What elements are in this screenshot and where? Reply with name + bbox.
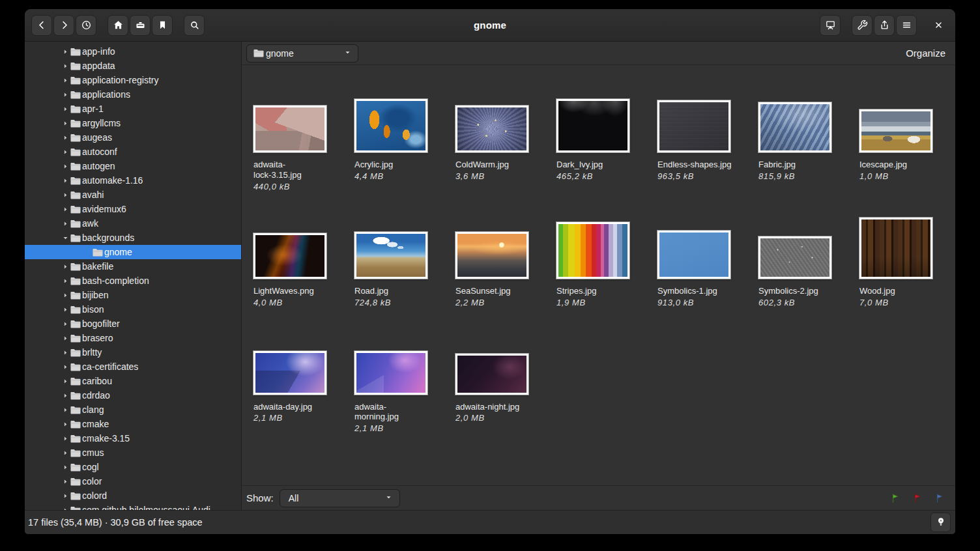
file-item[interactable]: SeaSunset.jpg2,2 MB	[455, 211, 556, 307]
expander-right-icon[interactable]	[61, 306, 70, 313]
expander-right-icon[interactable]	[61, 392, 70, 399]
sidebar-item-ca-certificates[interactable]: ca-certificates	[25, 360, 241, 374]
file-item[interactable]: ColdWarm.jpg3,6 MB	[455, 85, 556, 191]
sidebar-item-cmake[interactable]: cmake	[25, 417, 241, 431]
sidebar-item-appdata[interactable]: appdata	[25, 59, 241, 73]
file-item[interactable]: Fabric.jpg815,9 kB	[758, 85, 859, 191]
file-item[interactable]: Stripes.jpg1,9 MB	[556, 211, 657, 307]
expander-right-icon[interactable]	[61, 378, 70, 385]
sidebar-item-applications[interactable]: applications	[25, 87, 241, 102]
sidebar-item-app-info[interactable]: app-info	[25, 44, 241, 59]
sidebar-item-argyllcms[interactable]: argyllcms	[25, 116, 241, 130]
flag-green-icon[interactable]	[890, 492, 901, 504]
thumbnail-Road.jpg[interactable]	[354, 232, 427, 279]
thumbnail-adwaita-night.jpg[interactable]	[455, 354, 528, 395]
sidebar-item-bison[interactable]: bison	[25, 302, 241, 317]
sidebar-item-gnome[interactable]: gnome	[25, 245, 241, 259]
sidebar-item-caribou[interactable]: caribou	[25, 374, 241, 388]
expander-right-icon[interactable]	[61, 320, 70, 328]
search-button[interactable]	[184, 15, 205, 36]
back-button[interactable]	[31, 15, 52, 36]
expander-right-icon[interactable]	[61, 349, 70, 356]
expander-right-icon[interactable]	[61, 449, 70, 457]
sidebar-item-colord[interactable]: colord	[25, 488, 241, 503]
file-item[interactable]: Symbolics-2.jpg602,3 kB	[758, 211, 859, 307]
thumbnail-Icescape.jpg[interactable]	[859, 109, 932, 152]
sidebar-item-cdrdao[interactable]: cdrdao	[25, 388, 241, 403]
expander-right-icon[interactable]	[61, 277, 70, 285]
expander-right-icon[interactable]	[61, 77, 70, 84]
sidebar-item-bash-completion[interactable]: bash-completion	[25, 274, 241, 288]
thumbnail-LightWaves.png[interactable]	[253, 233, 326, 279]
sidebar-item-cmus[interactable]: cmus	[25, 445, 241, 460]
statusbar-tools-button[interactable]	[930, 513, 951, 532]
expander-right-icon[interactable]	[61, 163, 70, 170]
sidebar-item-bogofilter[interactable]: bogofilter	[25, 317, 241, 331]
sidebar-item-awk[interactable]: awk	[25, 216, 241, 231]
location-dropdown[interactable]: gnome	[246, 44, 358, 63]
sidebar-item-apr-1[interactable]: apr-1	[25, 102, 241, 116]
thumbnail-Wood.jpg[interactable]	[859, 218, 932, 279]
expander-right-icon[interactable]	[61, 91, 70, 98]
expander-right-icon[interactable]	[61, 48, 70, 55]
file-item[interactable]: Wood.jpg7,0 MB	[859, 211, 955, 307]
expander-right-icon[interactable]	[61, 435, 70, 442]
expander-right-icon[interactable]	[61, 421, 70, 428]
thumbnail-adwaita-morning.jpg[interactable]	[354, 351, 427, 395]
file-item[interactable]: adwaita-night.jpg2,0 MB	[455, 327, 556, 434]
expander-right-icon[interactable]	[61, 292, 70, 299]
sidebar-item-color[interactable]: color	[25, 474, 241, 488]
sidebar-item-application-registry[interactable]: application-registry	[25, 73, 241, 87]
expander-right-icon[interactable]	[61, 335, 70, 342]
thumbnail-Endless-shapes.jpg[interactable]	[657, 100, 730, 152]
history-button[interactable]	[76, 15, 96, 36]
expander-right-icon[interactable]	[61, 177, 70, 184]
file-item[interactable]: adwaita-day.jpg2,1 MB	[253, 327, 354, 434]
sidebar-item-augeas[interactable]: augeas	[25, 130, 241, 145]
file-item[interactable]: LightWaves.png4,0 MB	[253, 211, 354, 307]
organize-button[interactable]: Organize	[906, 48, 945, 59]
expander-right-icon[interactable]	[61, 406, 70, 414]
expander-right-icon[interactable]	[61, 478, 70, 485]
file-item[interactable]: Dark_Ivy.jpg465,2 kB	[556, 85, 657, 191]
thumbnail-Dark_Ivy.jpg[interactable]	[556, 99, 629, 152]
thumbnail-Symbolics-2.jpg[interactable]	[758, 236, 831, 279]
expander-right-icon[interactable]	[61, 191, 70, 199]
sidebar-item-bakefile[interactable]: bakefile	[25, 259, 241, 274]
expander-down-icon[interactable]	[61, 234, 70, 242]
sidebar-item-cmake-3.15[interactable]: cmake-3.15	[25, 431, 241, 445]
thumbnail-adwaita-lock-3.15.jpg[interactable]	[253, 106, 326, 152]
sidebar-item-clang[interactable]: clang	[25, 403, 241, 417]
flag-red-icon[interactable]	[912, 492, 923, 504]
bookmark-button[interactable]	[152, 15, 173, 36]
file-item[interactable]: Road.jpg724,8 kB	[354, 211, 455, 307]
sidebar-item-brltty[interactable]: brltty	[25, 345, 241, 360]
thumbnail-adwaita-day.jpg[interactable]	[253, 351, 326, 395]
close-button[interactable]	[928, 15, 949, 36]
sidebar-item-avahi[interactable]: avahi	[25, 188, 241, 202]
sidebar-item-brasero[interactable]: brasero	[25, 331, 241, 345]
menu-button[interactable]	[896, 15, 917, 36]
expander-right-icon[interactable]	[61, 220, 70, 227]
thumbnail-Fabric.jpg[interactable]	[758, 102, 831, 152]
sidebar-item-autoconf[interactable]: autoconf	[25, 145, 241, 159]
expander-right-icon[interactable]	[61, 120, 70, 127]
tools-button[interactable]	[852, 15, 872, 36]
file-item[interactable]: adwaita- lock-3.15.jpg440,0 kB	[253, 85, 354, 191]
expander-right-icon[interactable]	[61, 492, 70, 500]
share-button[interactable]	[874, 15, 895, 36]
sidebar-item-bijiben[interactable]: bijiben	[25, 288, 241, 302]
slideshow-button[interactable]	[820, 15, 841, 36]
expander-right-icon[interactable]	[61, 63, 70, 70]
sidebar-item-avidemux6[interactable]: avidemux6	[25, 202, 241, 216]
file-item[interactable]: Endless-shapes.jpg963,5 kB	[657, 85, 758, 191]
expander-right-icon[interactable]	[61, 148, 70, 156]
sidebar-item-backgrounds[interactable]: backgrounds	[25, 231, 241, 245]
expander-right-icon[interactable]	[61, 363, 70, 371]
file-item[interactable]: Icescape.jpg1,0 MB	[859, 85, 955, 191]
thumbnail-Symbolics-1.jpg[interactable]	[657, 231, 730, 279]
thumbnail-SeaSunset.jpg[interactable]	[455, 232, 528, 279]
file-item[interactable]: Acrylic.jpg4,4 MB	[354, 85, 455, 191]
forward-button[interactable]	[53, 15, 74, 36]
flag-blue-icon[interactable]	[934, 492, 945, 504]
